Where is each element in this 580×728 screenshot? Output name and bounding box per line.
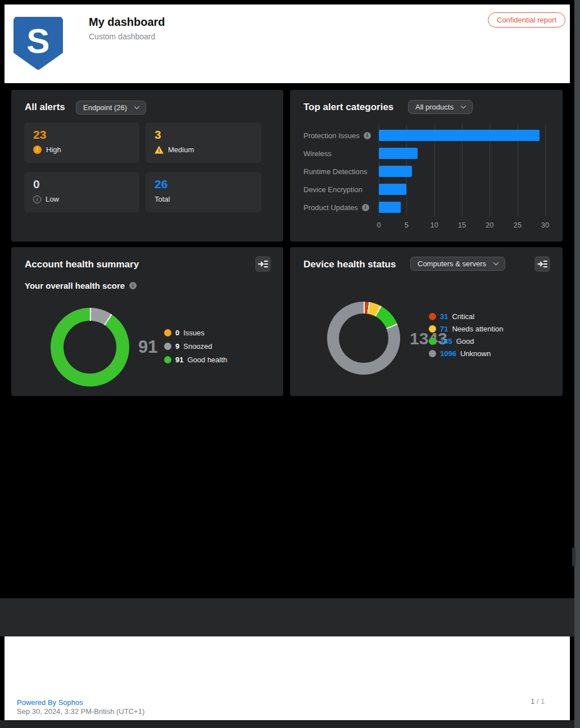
axis-tick-label: 10: [426, 221, 443, 229]
medium-alerts-label: Medium: [168, 145, 194, 154]
device-health-legend: 31Critical 71Needs attention 145Good 109…: [429, 310, 504, 360]
warning-triangle-icon: !: [155, 146, 164, 154]
alert-high-icon: !: [33, 145, 42, 154]
report-header: S My dashboard Custom dashboard Confiden…: [4, 4, 570, 83]
expand-panel-icon: [258, 260, 268, 269]
high-alerts-card: 23 !High: [24, 122, 139, 163]
all-alerts-panel: All alerts Endpoint (26) 23 !High 3 !Med…: [11, 90, 283, 242]
page-subtitle: Custom dashboard: [89, 32, 155, 41]
open-details-button[interactable]: [255, 256, 271, 272]
info-circle-icon: i: [33, 195, 41, 203]
legend-item: 31Critical: [429, 310, 504, 322]
health-score-value: 91: [138, 337, 157, 357]
high-alerts-count: 23: [33, 128, 130, 142]
account-health-legend: 0Issues 9Snoozed 91Good health: [164, 326, 227, 366]
bar-device-encryption: [379, 184, 406, 195]
device-health-panel: Device health status Computers & servers…: [290, 247, 563, 396]
info-icon[interactable]: i: [129, 282, 137, 289]
chevron-down-icon: [493, 260, 499, 266]
products-dropdown-value: All products: [415, 103, 454, 111]
legend-dot: [429, 313, 436, 320]
sophos-logo-letter: S: [26, 17, 49, 65]
total-alerts-label: Total: [155, 195, 170, 203]
device-type-dropdown-value: Computers & servers: [418, 260, 486, 268]
donut-hole: [339, 313, 388, 363]
legend-item: 145Good: [429, 335, 504, 347]
report-timestamp: Sep 30, 2024, 3:32 PM-British (UTC+1): [17, 707, 144, 716]
info-icon[interactable]: i: [364, 132, 371, 139]
low-alerts-label: Low: [46, 195, 59, 203]
legend-dot: [164, 329, 171, 336]
bar-wireless: [379, 148, 418, 159]
confidential-report-button[interactable]: Confidential report: [488, 12, 565, 28]
bar-chart-plot: [379, 125, 554, 216]
legend-dot: [164, 343, 171, 350]
category-label: Runtime Detections: [303, 166, 378, 177]
donut-hole: [64, 321, 116, 374]
overall-health-score-label: Your overall health score: [25, 281, 125, 290]
report-footer: Powered By Sophos Sep 30, 2024, 3:32 PM-…: [4, 636, 570, 720]
category-label: Device Encryption: [303, 184, 378, 195]
chevron-down-icon: [134, 104, 140, 110]
account-health-title: Account health summary: [25, 259, 139, 270]
bar-product-updates: [379, 202, 401, 213]
bar-runtime-detections: [379, 166, 412, 177]
page-gap-band: [0, 598, 574, 636]
page-indicator: 1 / 1: [531, 697, 545, 706]
powered-by-sophos-link[interactable]: Powered By Sophos: [17, 698, 83, 707]
legend-dot: [429, 338, 436, 345]
endpoint-dropdown[interactable]: Endpoint (26): [76, 101, 146, 115]
account-health-panel: Account health summary Your overall heal…: [11, 247, 283, 396]
legend-item: 0Issues: [164, 326, 227, 339]
medium-alerts-card: 3 !Medium: [146, 122, 261, 163]
low-alerts-card: 0 iLow: [24, 172, 139, 212]
low-alerts-count: 0: [33, 178, 130, 191]
device-health-title: Device health status: [303, 259, 396, 270]
device-type-dropdown[interactable]: Computers & servers: [410, 257, 505, 271]
legend-item: 9Snoozed: [164, 339, 227, 353]
total-alerts-card: 26 Total: [146, 172, 261, 212]
account-health-donut: [51, 308, 129, 386]
expand-panel-icon: [537, 260, 547, 269]
overall-health-score-heading: Your overall health score i: [25, 281, 137, 290]
legend-dot: [164, 356, 171, 363]
sophos-logo: S: [13, 17, 63, 70]
bar-protection-issues: [379, 130, 540, 141]
legend-dot: [429, 325, 436, 333]
scrollbar-thumb[interactable]: [572, 548, 576, 566]
all-alerts-title: All alerts: [25, 102, 65, 113]
scrollbar-track[interactable]: [574, 0, 580, 728]
endpoint-dropdown-value: Endpoint (26): [83, 103, 127, 112]
bottom-bar: [0, 720, 574, 728]
chevron-down-icon: [460, 103, 466, 109]
axis-tick-label: 20: [481, 221, 498, 229]
info-icon[interactable]: i: [362, 204, 369, 211]
category-label: Product Updatesi: [303, 202, 378, 213]
page-title: My dashboard: [89, 16, 165, 29]
top-alert-categories-panel: Top alert categories All products Protec…: [290, 90, 563, 242]
axis-tick-label: 5: [398, 221, 415, 229]
total-alerts-count: 26: [155, 178, 252, 191]
category-label: Wireless: [303, 148, 378, 159]
legend-item: 91Good health: [164, 353, 227, 366]
open-details-button[interactable]: [534, 256, 550, 272]
axis-tick-label: 30: [537, 221, 554, 229]
device-health-donut: [327, 302, 400, 375]
axis-tick-label: 15: [454, 221, 470, 229]
legend-dot: [429, 350, 436, 357]
axis-tick-label: 25: [509, 221, 526, 229]
high-alerts-label: High: [46, 145, 61, 154]
medium-alerts-count: 3: [155, 128, 252, 142]
top-alert-categories-title: Top alert categories: [303, 102, 393, 113]
legend-item: 1096Unknown: [429, 347, 504, 360]
legend-item: 71Needs attention: [429, 322, 504, 335]
axis-tick-label: 0: [370, 221, 387, 229]
dashboard-area: All alerts Endpoint (26) 23 !High 3 !Med…: [4, 83, 570, 598]
products-dropdown[interactable]: All products: [408, 100, 473, 114]
category-label: Protection Issuesi: [303, 130, 378, 141]
gridline: [545, 125, 546, 216]
